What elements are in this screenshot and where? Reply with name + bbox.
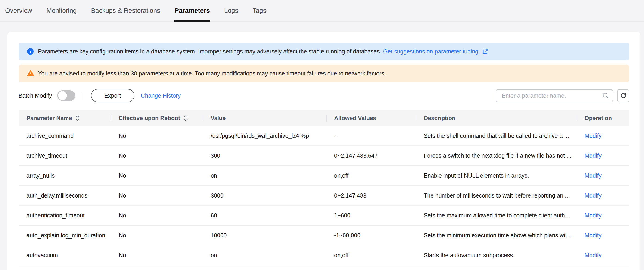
- modify-link[interactable]: Modify: [584, 252, 602, 258]
- cell-reboot: No: [111, 172, 203, 179]
- warning-icon: [27, 70, 34, 77]
- info-icon: i: [27, 48, 34, 55]
- table-row: authentication_timeout No 60 1~600 Sets …: [18, 206, 630, 225]
- cell-description: Enable input of NULL elements in arrays.: [416, 172, 577, 179]
- tab-overview[interactable]: Overview: [5, 0, 32, 21]
- toolbar-divider: [83, 91, 83, 100]
- table-row: autovacuum No on on,off Starts the autov…: [18, 245, 630, 265]
- sort-icon[interactable]: [183, 115, 188, 122]
- cell-value: 300: [203, 152, 326, 159]
- column-label: Value: [210, 115, 226, 122]
- tab-tags[interactable]: Tags: [253, 0, 266, 21]
- tab-monitoring[interactable]: Monitoring: [46, 0, 77, 21]
- cell-parameter-name: array_nulls: [18, 172, 111, 179]
- table-row: auto_explain.log_min_duration No 10000 -…: [18, 225, 630, 245]
- toggle-knob: [58, 91, 67, 100]
- toolbar: Batch Modify Export Change History: [18, 89, 630, 103]
- cell-allowed-values: on,off: [326, 172, 416, 179]
- cell-parameter-name: authentication_timeout: [18, 212, 111, 219]
- external-link-icon[interactable]: [482, 49, 488, 55]
- cell-reboot: No: [111, 152, 203, 159]
- tab-backups-restorations[interactable]: Backups & Restorations: [91, 0, 160, 21]
- cell-allowed-values: 0~2,147,483: [326, 192, 416, 199]
- tab-label: Monitoring: [46, 7, 77, 14]
- tab-label: Backups & Restorations: [91, 7, 160, 14]
- column-header-description: Description: [416, 115, 577, 122]
- cell-allowed-values: --: [326, 132, 416, 139]
- cell-allowed-values: 1~600: [326, 212, 416, 219]
- column-label: Allowed Values: [334, 115, 376, 122]
- modify-link[interactable]: Modify: [584, 192, 602, 199]
- search-input[interactable]: [496, 89, 613, 102]
- sort-icon[interactable]: [75, 115, 80, 122]
- tab-logs[interactable]: Logs: [224, 0, 238, 21]
- table-row: archive_command No /usr/pgsql/bin/rds_wa…: [18, 126, 630, 146]
- cell-description: Sets the maximum allowed time to complet…: [416, 212, 577, 219]
- cell-description: Sets the shell command that will be call…: [416, 132, 577, 139]
- column-header-operation: Operation: [577, 115, 630, 122]
- table-row: auth_delay.milliseconds No 3000 0~2,147,…: [18, 186, 630, 206]
- column-label: Effective upon Reboot: [119, 115, 180, 122]
- cell-description: Forces a switch to the next xlog file if…: [416, 152, 577, 159]
- export-button[interactable]: Export: [91, 89, 134, 102]
- cell-parameter-name: autovacuum: [18, 252, 111, 259]
- cell-reboot: No: [111, 232, 203, 239]
- column-label: Parameter Name: [26, 115, 72, 122]
- table-header: Parameter Name Effective upon Reboot: [18, 110, 630, 126]
- tab-label: Tags: [253, 7, 266, 14]
- tab-bar: Overview Monitoring Backups & Restoratio…: [0, 0, 644, 22]
- cell-value: 10000: [203, 232, 326, 239]
- column-header-effective-upon-reboot[interactable]: Effective upon Reboot: [111, 115, 203, 122]
- cell-parameter-name: archive_timeout: [18, 152, 111, 159]
- cell-parameter-name: auth_delay.milliseconds: [18, 192, 111, 199]
- batch-modify-label: Batch Modify: [18, 92, 52, 99]
- cell-reboot: No: [111, 252, 203, 259]
- cell-reboot: No: [111, 132, 203, 139]
- search-icon[interactable]: [602, 92, 609, 99]
- parameter-tuning-link[interactable]: Get suggestions on parameter tuning.: [383, 48, 480, 55]
- batch-modify-toggle[interactable]: [57, 90, 75, 101]
- tab-parameters[interactable]: Parameters: [174, 0, 210, 21]
- refresh-button[interactable]: [617, 89, 630, 102]
- cell-parameter-name: archive_command: [18, 132, 111, 139]
- cell-value: 60: [203, 212, 326, 219]
- info-banner-text: Parameters are key configuration items i…: [38, 48, 381, 55]
- cell-reboot: No: [111, 212, 203, 219]
- cell-allowed-values: -1~60,000: [326, 232, 416, 239]
- info-banner: i Parameters are key configuration items…: [18, 43, 630, 61]
- modify-link[interactable]: Modify: [584, 152, 602, 159]
- cell-description: Starts the autovacuum subprocess.: [416, 252, 577, 259]
- warning-banner: You are advised to modify less than 30 p…: [18, 65, 630, 82]
- column-label: Operation: [584, 115, 612, 122]
- table-row: array_nulls No on on,off Enable input of…: [18, 166, 630, 186]
- cell-value: on: [203, 252, 326, 259]
- change-history-link[interactable]: Change History: [141, 92, 181, 99]
- modify-link[interactable]: Modify: [584, 232, 602, 238]
- cell-value: 3000: [203, 192, 326, 199]
- tab-label: Parameters: [174, 7, 210, 14]
- tab-label: Logs: [224, 7, 238, 14]
- parameters-table: Parameter Name Effective upon Reboot: [18, 110, 630, 265]
- cell-parameter-name: auto_explain.log_min_duration: [18, 232, 111, 239]
- modify-link[interactable]: Modify: [584, 212, 602, 219]
- refresh-icon: [620, 92, 627, 99]
- column-header-allowed-values: Allowed Values: [326, 115, 416, 122]
- table-row: archive_timeout No 300 0~2,147,483,647 F…: [18, 146, 630, 166]
- modify-link[interactable]: Modify: [584, 132, 602, 139]
- column-header-parameter-name[interactable]: Parameter Name: [18, 115, 111, 122]
- cell-value: /usr/pgsql/bin/rds_wal_archive_lz4 %p: [203, 132, 326, 139]
- modify-link[interactable]: Modify: [584, 172, 602, 179]
- cell-description: The number of milliseconds to wait befor…: [416, 192, 577, 199]
- cell-allowed-values: 0~2,147,483,647: [326, 152, 416, 159]
- parameters-panel: i Parameters are key configuration items…: [8, 32, 640, 270]
- warning-banner-text: You are advised to modify less than 30 p…: [38, 70, 386, 77]
- column-header-value: Value: [203, 115, 326, 122]
- cell-description: Sets the minimum execution time above wh…: [416, 232, 577, 239]
- tab-label: Overview: [5, 7, 32, 14]
- cell-value: on: [203, 172, 326, 179]
- cell-allowed-values: on,off: [326, 252, 416, 259]
- cell-reboot: No: [111, 192, 203, 199]
- column-label: Description: [424, 115, 456, 122]
